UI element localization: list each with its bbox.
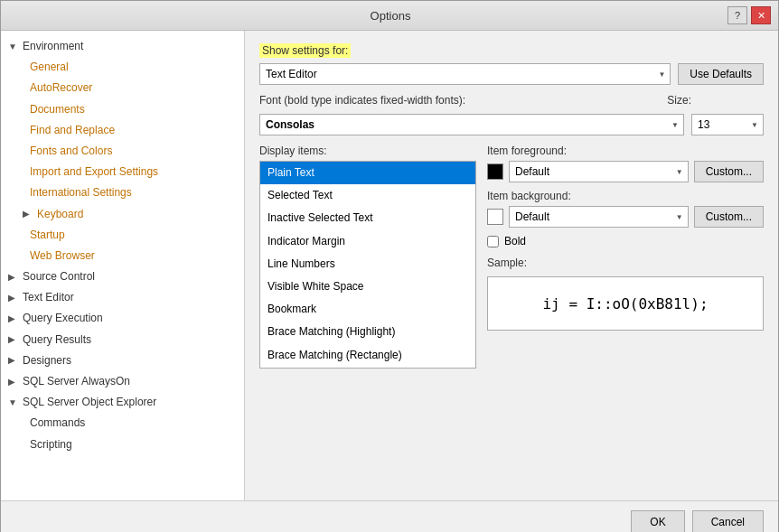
sidebar-label-source-control: Source Control [23,268,95,285]
list-item-brace-highlight[interactable]: Brace Matching (Highlight) [260,321,475,343]
sidebar-item-designers[interactable]: ▶ Designers [1,350,244,371]
bold-checkbox[interactable] [487,236,499,247]
main-content: Show settings for: Text Editor All Langu… [245,31,778,500]
use-defaults-button[interactable]: Use Defaults [678,63,764,85]
expand-designers-icon: ▶ [8,353,19,368]
sidebar-item-international[interactable]: International Settings [1,182,244,203]
display-items-label: Display items: [259,145,476,157]
sidebar-item-sql-object-explorer[interactable]: ▼ SQL Server Object Explorer [1,392,244,413]
sidebar-label-scripting: Scripting [8,438,72,451]
sidebar-label-commands: Commands [8,416,85,429]
display-items-col: Display items: Plain Text Selected Text … [259,145,476,369]
font-dropdown[interactable]: Consolas Courier New Lucida Console [259,114,684,135]
foreground-dropdown[interactable]: Default Black White [509,161,689,182]
sidebar-item-sql-always-on[interactable]: ▶ SQL Server AlwaysOn [1,371,244,392]
sidebar-label-startup: Startup [8,229,65,241]
sidebar-label-documents: Documents [8,103,85,116]
list-item-line-numbers[interactable]: Line Numbers [260,253,475,275]
options-dialog: Options ? ✕ ▼ Environment General AutoRe… [0,0,779,532]
bold-label[interactable]: Bold [504,235,526,247]
list-item-inactive-selected[interactable]: Inactive Selected Text [260,207,475,229]
sidebar-label-international: International Settings [8,186,132,199]
sidebar-label-keyboard: Keyboard [37,206,83,223]
sidebar-label-web-browser: Web Browser [8,249,95,262]
sidebar: ▼ Environment General AutoRecover Docume… [1,31,245,500]
background-swatch [487,209,503,225]
sidebar-item-query-results[interactable]: ▶ Query Results [1,330,244,350]
sidebar-label-query-results: Query Results [23,331,91,349]
sidebar-item-commands[interactable]: Commands [1,413,244,434]
sidebar-label-autorecover: AutoRecover [8,81,92,94]
expand-icon: ▼ [8,40,19,54]
size-dropdown[interactable]: 89101112 13141618 [691,114,764,135]
sidebar-item-import-export[interactable]: Import and Export Settings [1,162,244,182]
sidebar-label-designers: Designers [23,352,71,369]
sidebar-item-fonts-colors[interactable]: Fonts and Colors [1,141,244,162]
list-item-brace-rectangle[interactable]: Brace Matching (Rectangle) [260,344,475,367]
dialog-title: Options [53,9,727,23]
background-row: Default Black White Custom... [487,206,764,228]
foreground-row: Default Black White Custom... [487,161,764,182]
sample-text: ij = I::oO(0xB81l); [542,295,708,313]
item-settings-col: Item foreground: Default Black White Cus… [487,145,764,369]
expand-sql-object-icon: ▼ [8,396,19,410]
expand-keyboard-icon: ▶ [23,207,33,221]
ok-button[interactable]: OK [631,510,684,532]
sidebar-item-startup[interactable]: Startup [1,225,244,246]
list-item-bookmark[interactable]: Bookmark [260,298,475,321]
sidebar-label-query-execution: Query Execution [23,310,103,327]
sidebar-item-general[interactable]: General [1,57,244,78]
sidebar-item-documents[interactable]: Documents [1,99,244,120]
cancel-button[interactable]: Cancel [692,510,764,532]
dialog-body: ▼ Environment General AutoRecover Docume… [1,31,778,500]
background-dropdown[interactable]: Default Black White [509,206,689,228]
editor-dropdown[interactable]: Text Editor All Languages C/C++ C# SQL [259,63,671,85]
sidebar-label-sql-always-on: SQL Server AlwaysOn [23,373,130,390]
sidebar-label-find-replace: Find and Replace [8,124,115,136]
sidebar-item-web-browser[interactable]: Web Browser [1,246,244,266]
show-settings-row: Show settings for: Text Editor All Langu… [259,43,764,85]
sidebar-item-scripting[interactable]: Scripting [1,434,244,455]
title-bar-controls: ? ✕ [727,6,771,24]
custom-bg-button[interactable]: Custom... [694,206,764,228]
display-items-list[interactable]: Plain Text Selected Text Inactive Select… [259,161,476,369]
sidebar-label-sql-object-explorer: SQL Server Object Explorer [23,394,156,411]
sidebar-item-text-editor[interactable]: ▶ Text Editor [1,287,244,308]
help-button[interactable]: ? [727,6,747,24]
sidebar-label-general: General [8,61,69,73]
font-label: Font (bold type indicates fixed-width fo… [259,94,465,107]
item-foreground-label: Item foreground: [487,145,764,157]
sidebar-item-source-control[interactable]: ▶ Source Control [1,266,244,287]
list-item-indicator-margin[interactable]: Indicator Margin [260,230,475,253]
sample-section: Sample: ij = I::oO(0xB81l); [487,257,764,331]
expand-query-execution-icon: ▶ [8,312,19,326]
sample-display: ij = I::oO(0xB81l); [487,276,764,331]
sidebar-item-find-replace[interactable]: Find and Replace [1,120,244,141]
sidebar-label-environment: Environment [23,38,83,55]
expand-query-results-icon: ▶ [8,332,19,347]
show-settings-label: Show settings for: [259,43,351,58]
sample-label: Sample: [487,257,764,269]
list-item-selected-text[interactable]: Selected Text [260,184,475,207]
custom-fg-button[interactable]: Custom... [694,161,764,182]
font-row: Font (bold type indicates fixed-width fo… [259,94,764,135]
size-label: Size: [667,94,691,107]
expand-sql-always-on-icon: ▶ [8,375,19,389]
sidebar-item-environment[interactable]: ▼ Environment [1,36,244,57]
dialog-footer: OK Cancel [1,500,778,532]
title-bar: Options ? ✕ [1,1,778,31]
sidebar-item-query-execution[interactable]: ▶ Query Execution [1,308,244,329]
list-item-breakpoint-disabled[interactable]: Breakpoint (Disabled) [260,367,475,369]
sidebar-label-text-editor: Text Editor [23,289,74,306]
list-item-plain-text[interactable]: Plain Text [260,162,475,184]
bold-row: Bold [487,235,764,247]
expand-text-editor-icon: ▶ [8,291,19,305]
sidebar-item-keyboard[interactable]: ▶ Keyboard [1,204,244,225]
sidebar-label-import-export: Import and Export Settings [8,165,158,178]
list-item-visible-white-space[interactable]: Visible White Space [260,275,475,298]
expand-source-control-icon: ▶ [8,270,19,285]
close-button[interactable]: ✕ [751,6,771,24]
sidebar-label-fonts-colors: Fonts and Colors [8,145,112,157]
sidebar-item-autorecover[interactable]: AutoRecover [1,78,244,98]
foreground-swatch [487,163,503,180]
